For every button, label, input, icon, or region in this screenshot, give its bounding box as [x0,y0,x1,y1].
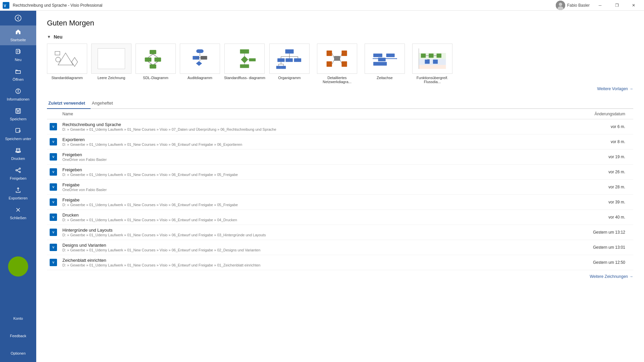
file-name: Freigabe [62,182,535,187]
sidebar: Startseite Neu Öffnen [0,11,36,362]
more-drawings-link[interactable]: Weitere Zeichnungen → [47,274,633,279]
file-name: Drucken [62,213,535,218]
template-funk[interactable]: Funktionsübergreif. Flussdia... [409,44,456,84]
sidebar-item-informationen-label: Informationen [7,97,29,101]
sidebar-item-startseite[interactable]: Startseite [0,25,36,45]
file-name-cell: Freigabe D: » Gewerbe » 01_Udemy Laufwer… [60,195,538,210]
visio-file-icon: V [50,168,57,176]
svg-rect-22 [98,48,125,69]
svg-rect-11 [16,128,20,132]
table-row[interactable]: V Freigeben OneDrive von Fabio Basler vo… [47,149,633,165]
svg-rect-65 [326,51,332,56]
file-tabs: Zuletzt verwendet Angeheftet [47,98,633,109]
svg-rect-83 [419,59,446,65]
minimize-button[interactable]: ─ [592,0,608,11]
file-path: D: » Gewerbe » 01_Udemy Laufwerk » 01_Ne… [62,173,535,177]
sidebar-item-speichern[interactable]: Speichern [0,105,36,124]
template-audit[interactable]: Auditdiagramm [180,44,220,84]
visio-file-icon: V [50,259,57,266]
table-row[interactable]: V Zeichenblatt einrichten D: » Gewerbe »… [47,255,633,270]
table-row[interactable]: V Hintergründe und Layouts D: » Gewerbe … [47,225,633,240]
file-date: Gestern um 13:12 [538,225,633,240]
file-date: vor 28 m. [538,180,633,195]
sidebar-item-freigeben[interactable]: Freigeben [0,164,36,184]
template-zeit[interactable]: Zeitachse [365,44,405,84]
svg-rect-56 [285,58,293,62]
file-name-cell: Freigeben D: » Gewerbe » 01_Udemy Laufwe… [60,165,538,180]
template-blank[interactable]: Leere Zeichnung [91,44,131,84]
sidebar-item-schliessen[interactable]: Schließen [0,203,36,223]
template-audit-label: Auditdiagramm [187,76,212,80]
svg-rect-86 [421,54,426,58]
template-organ[interactable]: Organigramm [269,44,310,84]
more-templates-link[interactable]: Weitere Vorlagen → [47,86,633,91]
file-name: Exportieren [62,137,535,142]
file-icon-cell: V [47,240,60,255]
svg-rect-27 [150,64,156,69]
svg-rect-26 [154,57,161,62]
file-icon-cell: V [47,149,60,165]
file-date: vor 8 m. [538,134,633,149]
sidebar-item-startseite-label: Startseite [10,38,26,42]
file-name: Freigeben [62,167,535,172]
table-row[interactable]: V Drucken D: » Gewerbe » 01_Udemy Laufwe… [47,210,633,225]
file-date: vor 26 m. [538,165,633,180]
template-zeit-label: Zeitachse [377,76,393,80]
close-button[interactable]: ✕ [626,0,641,11]
template-standarddiagramm[interactable]: Standarddiagramm [47,44,87,84]
sidebar-item-exportieren[interactable]: Exportieren [0,184,36,203]
table-row[interactable]: V Freigabe D: » Gewerbe » 01_Udemy Laufw… [47,195,633,210]
file-name-cell: Freigabe OneDrive von Fabio Basler [60,180,538,195]
sidebar-item-konto[interactable]: Konto [0,310,36,327]
share-icon [15,167,21,175]
svg-point-16 [19,171,20,173]
sidebar-item-optionen[interactable]: Optionen [0,345,36,362]
table-row[interactable]: V Freigabe OneDrive von Fabio Basler vor… [47,180,633,195]
tab-zuletzt[interactable]: Zuletzt verwendet [47,98,91,109]
sidebar-item-speichern-unter[interactable]: Speichern unter [0,124,36,144]
tab-angeheftet[interactable]: Angeheftet [91,98,118,109]
table-row[interactable]: V Freigeben D: » Gewerbe » 01_Udemy Lauf… [47,165,633,180]
visio-file-icon: V [50,244,57,251]
col-header-name: Name [60,109,538,119]
template-stdfluss[interactable]: Standardfluss- diagramm [224,44,265,84]
sidebar-item-exportieren-label: Exportieren [9,196,28,200]
title-bar: V Rechtschreibung und Sprache - Visio Pr… [0,0,644,11]
template-sdl[interactable]: SDL-Diagramm [136,44,176,84]
window-controls[interactable]: ─ ❐ ✕ [592,0,641,11]
sidebar-item-oeffnen[interactable]: Öffnen [0,65,36,85]
template-netz-label: Detailliertes Netzwerkdiagra... [314,76,361,84]
sidebar-item-freigeben-label: Freigeben [10,176,26,180]
export-icon [15,187,21,195]
file-date: Gestern um 12:50 [538,255,633,270]
svg-rect-90 [433,60,438,64]
svg-rect-76 [373,54,382,57]
file-name: Designs und Varianten [62,243,535,248]
sidebar-item-drucken[interactable]: Drucken [0,144,36,164]
arrow-right-drawings-icon: → [629,274,633,279]
file-path: D: » Gewerbe » 01_Udemy Laufwerk » 01_Ne… [62,142,535,146]
file-icon-cell: V [47,210,60,225]
file-name-cell: Designs und Varianten D: » Gewerbe » 01_… [60,240,538,255]
table-row[interactable]: V Exportieren D: » Gewerbe » 01_Udemy La… [47,134,633,149]
restore-button[interactable]: ❐ [609,0,625,11]
svg-rect-79 [373,62,387,66]
title-bar-controls: Fabio Basler ─ ❐ ✕ [556,0,641,11]
svg-point-8 [18,90,18,90]
table-row[interactable]: V Designs und Varianten D: » Gewerbe » 0… [47,240,633,255]
svg-rect-78 [386,54,394,57]
file-name: Rechtschreibung und Sprache [62,122,535,127]
user-name: Fabio Basler [567,3,590,8]
arrow-right-icon: → [629,86,633,91]
file-date: vor 40 m. [538,210,633,225]
sidebar-back-button[interactable] [0,11,36,25]
sidebar-item-neu[interactable]: Neu [0,45,36,65]
sidebar-item-feedback[interactable]: Feedback [0,327,36,345]
svg-rect-24 [150,50,156,54]
file-icon-cell: V [47,165,60,180]
template-netz[interactable]: Detailliertes Netzwerkdiagra... [314,44,361,84]
file-path: D: » Gewerbe » 01_Udemy Laufwerk » 01_Ne… [62,248,535,252]
sidebar-item-informationen[interactable]: Informationen [0,85,36,105]
table-row[interactable]: V Rechtschreibung und Sprache D: » Gewer… [47,119,633,134]
svg-rect-44 [240,64,249,68]
